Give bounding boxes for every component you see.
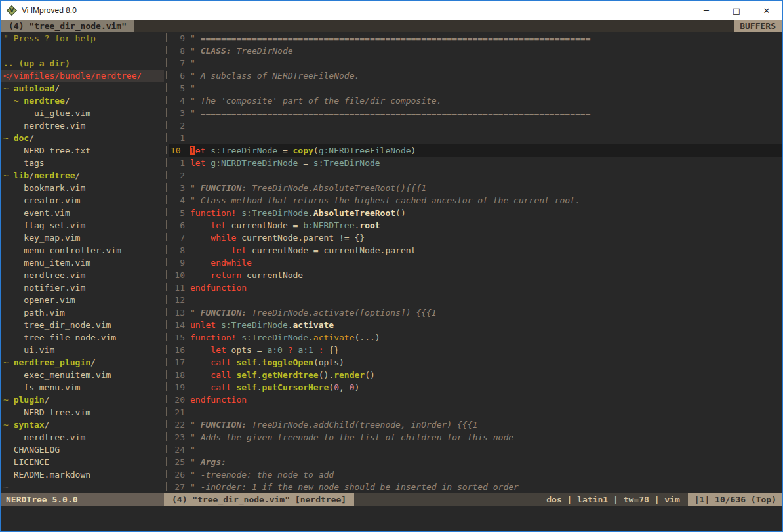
tree-row[interactable]: path.vim <box>1 306 164 319</box>
code-line[interactable]: 6" A subclass of NERDTreeFileNode. <box>169 70 782 82</box>
tree-row[interactable]: nerdtree.vim <box>1 269 164 281</box>
line-number: 2 <box>169 119 185 132</box>
tabline-fill <box>134 20 734 32</box>
tree-row[interactable]: opener.vim <box>1 294 164 306</box>
tree-row[interactable]: tree_dir_node.vim <box>1 319 164 331</box>
code-line[interactable]: 21 <box>169 406 782 419</box>
code-line[interactable]: 6 let currentNode = b:NERDTree.root <box>169 219 782 232</box>
code-line[interactable]: 2 <box>169 169 782 182</box>
tree-row[interactable]: event.vim <box>1 207 164 219</box>
code-line[interactable]: 7" <box>169 57 782 70</box>
line-number: 25 <box>169 456 185 468</box>
tree-row[interactable]: flag_set.vim <box>1 219 164 232</box>
code-line[interactable]: 9" =====================================… <box>169 32 782 45</box>
tree-row[interactable]: ui.vim <box>1 344 164 356</box>
line-number: 2 <box>169 169 185 182</box>
line-number: 10 <box>169 269 185 281</box>
line-number: 14 <box>169 319 185 331</box>
tree-row[interactable]: fs_menu.vim <box>1 381 164 394</box>
code-line[interactable]: 27" -inOrder: 1 if the new node should b… <box>169 481 782 493</box>
code-line[interactable]: 1 <box>169 132 782 144</box>
code-line[interactable]: 25" Args: <box>169 456 782 468</box>
tree-row[interactable]: ~ nerdtree_plugin/ <box>1 356 164 369</box>
code-line[interactable]: 18 call self.getNerdtree().render() <box>169 369 782 381</box>
code-line[interactable]: 23" Adds the given treenode to the list … <box>169 431 782 443</box>
tree-row[interactable]: notifier.vim <box>1 281 164 294</box>
code-line[interactable]: 4" The 'composite' part of the file/dir … <box>169 94 782 107</box>
code-line[interactable]: 14unlet s:TreeDirNode.activate <box>169 319 782 331</box>
tree-row[interactable]: CHANGELOG <box>1 443 164 456</box>
tree-row[interactable]: ~ <box>1 481 164 493</box>
tree-row[interactable]: README.markdown <box>1 468 164 481</box>
line-number: 3 <box>169 107 185 119</box>
line-number: 1 <box>169 157 185 169</box>
code-line[interactable]: 7 while currentNode.parent != {} <box>169 232 782 244</box>
tree-row[interactable]: exec_menuitem.vim <box>1 369 164 381</box>
svg-text:V: V <box>10 8 14 14</box>
tree-row[interactable]: tags <box>1 157 164 169</box>
tree-row[interactable] <box>1 45 164 57</box>
code-line[interactable]: 24" <box>169 443 782 456</box>
tree-row[interactable]: key_map.vim <box>1 232 164 244</box>
minimize-button[interactable]: ─ <box>691 1 721 20</box>
code-line[interactable]: 12 <box>169 294 782 306</box>
code-line[interactable]: 9 endwhile <box>169 256 782 269</box>
code-line[interactable]: 26" -treenode: the node to add <box>169 468 782 481</box>
line-number: 13 <box>169 306 185 319</box>
line-number: 6 <box>169 219 185 232</box>
line-number: 11 <box>169 281 185 294</box>
code-line[interactable]: 8 let currentNode = currentNode.parent <box>169 244 782 256</box>
tree-row[interactable]: tree_file_node.vim <box>1 331 164 344</box>
tree-row[interactable]: .. (up a dir) <box>1 57 164 70</box>
tree-row[interactable]: ui_glue.vim <box>1 107 164 119</box>
code-line[interactable]: 13" FUNCTION: TreeDirNode.activate([opti… <box>169 306 782 319</box>
code-line[interactable]: 8" CLASS: TreeDirNode <box>169 45 782 57</box>
tab-current[interactable]: (4) "tree_dir_node.vim" <box>1 20 134 32</box>
line-number: 15 <box>169 331 185 344</box>
code-line[interactable]: 15function! s:TreeDirNode.activate(...) <box>169 331 782 344</box>
tree-row[interactable]: ~ nerdtree/ <box>1 94 164 107</box>
main-area: " Press ? for help.. (up a dir)</vimfile… <box>1 32 782 493</box>
code-line[interactable]: 3" FUNCTION: TreeDirNode.AbsoluteTreeRoo… <box>169 182 782 194</box>
code-line[interactable]: 4" Class method that returns the highest… <box>169 194 782 207</box>
tree-row-selected[interactable]: </vimfiles/bundle/nerdtree/ <box>1 70 164 82</box>
code-line[interactable]: 11endfunction <box>169 281 782 294</box>
tree-row[interactable]: NERD_tree.vim <box>1 406 164 419</box>
command-line[interactable] <box>1 506 782 531</box>
code-line-cursor[interactable]: 10let s:TreeDirNode = copy(g:NERDTreeFil… <box>169 144 782 157</box>
line-number: 3 <box>169 182 185 194</box>
code-line[interactable]: 10 return currentNode <box>169 269 782 281</box>
code-line[interactable]: 5" <box>169 82 782 94</box>
tree-row[interactable]: nerdtree.vim <box>1 119 164 132</box>
code-line[interactable]: 17 call self.toggleOpen(opts) <box>169 356 782 369</box>
tree-row[interactable]: menu_controller.vim <box>1 244 164 256</box>
editor-buffer[interactable]: 9" =====================================… <box>169 32 782 493</box>
statusline: NERDTree 5.0.0 (4) "tree_dir_node.vim" [… <box>1 493 782 506</box>
code-line[interactable]: 22" FUNCTION: TreeDirNode.addChild(treen… <box>169 419 782 431</box>
code-line[interactable]: 3" =====================================… <box>169 107 782 119</box>
code-line[interactable]: 1let g:NERDTreeDirNode = s:TreeDirNode <box>169 157 782 169</box>
window-split-separator[interactable] <box>164 32 169 493</box>
tree-row[interactable]: NERD_tree.txt <box>1 144 164 157</box>
tree-row[interactable]: ~ lib/nerdtree/ <box>1 169 164 182</box>
tree-row[interactable]: ~ plugin/ <box>1 394 164 406</box>
maximize-button[interactable]: □ <box>721 1 752 20</box>
tree-row[interactable]: menu_item.vim <box>1 256 164 269</box>
code-line[interactable]: 20endfunction <box>169 394 782 406</box>
tree-row[interactable]: nerdtree.vim <box>1 431 164 443</box>
tree-row[interactable]: ~ doc/ <box>1 132 164 144</box>
tree-row[interactable]: bookmark.vim <box>1 182 164 194</box>
close-button[interactable]: ✕ <box>752 1 782 20</box>
code-line[interactable]: 16 let opts = a:0 ? a:1 : {} <box>169 344 782 356</box>
nerdtree-panel[interactable]: " Press ? for help.. (up a dir)</vimfile… <box>1 32 164 493</box>
code-line[interactable]: 19 call self.putCursorHere(0, 0) <box>169 381 782 394</box>
code-line[interactable]: 2 <box>169 119 782 132</box>
line-number: 4 <box>169 94 185 107</box>
tree-row[interactable]: ~ syntax/ <box>1 419 164 431</box>
tree-row[interactable]: " Press ? for help <box>1 32 164 45</box>
code-line[interactable]: 5function! s:TreeDirNode.AbsoluteTreeRoo… <box>169 207 782 219</box>
tree-row[interactable]: LICENCE <box>1 456 164 468</box>
tree-row[interactable]: creator.vim <box>1 194 164 207</box>
line-number: 26 <box>169 468 185 481</box>
tree-row[interactable]: ~ autoload/ <box>1 82 164 94</box>
